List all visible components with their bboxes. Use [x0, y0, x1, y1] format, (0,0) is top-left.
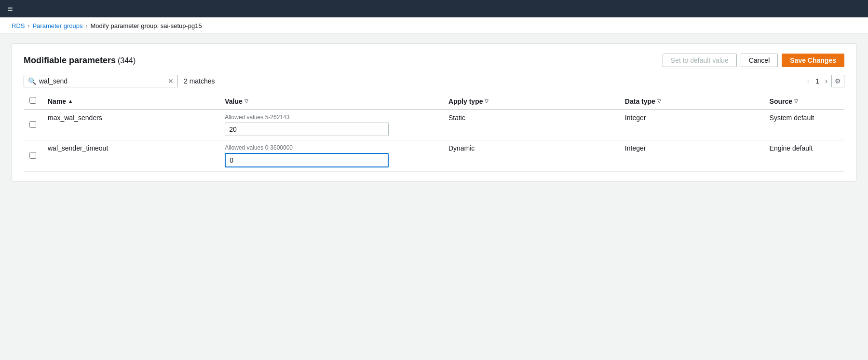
row-apply-type-2: Dynamic [443, 140, 619, 172]
value-input-2[interactable] [225, 153, 389, 167]
value-column-header[interactable]: Value ▽ [219, 93, 443, 110]
search-input[interactable] [39, 77, 166, 85]
matches-text: 2 matches [184, 77, 215, 85]
name-sort-icon: ▲ [68, 98, 73, 104]
row-checkbox-1[interactable] [29, 121, 36, 128]
parameters-card: Modifiable parameters (344) Set to defau… [12, 43, 856, 182]
toolbar: 🔍 ✕ 2 matches ‹ 1 › ⚙ [24, 75, 844, 87]
row-data-type-1: Integer [619, 110, 764, 140]
row-checkbox-2[interactable] [29, 152, 36, 159]
top-nav: ≡ [0, 0, 868, 17]
row-checkbox-cell [24, 110, 42, 140]
main-content: Modifiable parameters (344) Set to defau… [0, 34, 868, 357]
prev-page-button[interactable]: ‹ [805, 76, 812, 86]
select-all-checkbox[interactable] [29, 97, 36, 104]
card-title: Modifiable parameters [24, 55, 116, 65]
row-source-2: Engine default [764, 140, 844, 172]
set-default-button[interactable]: Set to default value [663, 54, 737, 67]
apply-type-filter-icon: ▽ [485, 98, 488, 104]
row-apply-type-1: Static [443, 110, 619, 140]
pagination: ‹ 1 › ⚙ [805, 75, 844, 87]
row-checkbox-cell [24, 140, 42, 172]
value-input-1[interactable] [225, 123, 389, 136]
breadcrumb-sep-2: › [86, 23, 88, 29]
breadcrumb-sep-1: › [27, 23, 29, 29]
table-body: max_wal_senders Allowed values 5-262143 … [24, 110, 844, 172]
row-source-1: System default [764, 110, 844, 140]
breadcrumb-current: Modify parameter group: sai-setup-pg15 [91, 22, 202, 29]
select-all-header [24, 93, 42, 110]
table-settings-button[interactable]: ⚙ [831, 75, 844, 87]
value-filter-icon: ▽ [244, 98, 248, 104]
save-changes-button[interactable]: Save Changes [782, 54, 844, 67]
allowed-hint-2: Allowed values 0-3600000 [225, 144, 437, 151]
apply-type-column-header[interactable]: Apply type ▽ [443, 93, 619, 110]
hamburger-icon[interactable]: ≡ [8, 4, 13, 14]
header-actions: Set to default value Cancel Save Changes [663, 54, 844, 67]
table-header-row: Name ▲ Value ▽ Apply type ▽ [24, 93, 844, 110]
card-header: Modifiable parameters (344) Set to defau… [24, 54, 844, 67]
table-row: wal_sender_timeout Allowed values 0-3600… [24, 140, 844, 172]
allowed-hint-1: Allowed values 5-262143 [225, 114, 437, 121]
row-data-type-2: Integer [619, 140, 764, 172]
clear-search-icon[interactable]: ✕ [168, 77, 174, 85]
data-type-filter-icon: ▽ [657, 98, 661, 104]
source-filter-icon: ▽ [794, 98, 798, 104]
row-value-cell-1: Allowed values 5-262143 [219, 110, 443, 140]
row-value-cell-2: Allowed values 0-3600000 [219, 140, 443, 172]
source-column-header[interactable]: Source ▽ [764, 93, 844, 110]
name-column-header[interactable]: Name ▲ [42, 93, 219, 110]
row-name-1: max_wal_senders [42, 110, 219, 140]
breadcrumb: RDS › Parameter groups › Modify paramete… [0, 17, 868, 34]
data-type-column-header[interactable]: Data type ▽ [619, 93, 764, 110]
breadcrumb-rds-link[interactable]: RDS [12, 22, 25, 29]
page-number: 1 [814, 77, 821, 85]
row-name-2: wal_sender_timeout [42, 140, 219, 172]
search-icon: 🔍 [28, 77, 36, 85]
cancel-button[interactable]: Cancel [741, 54, 778, 67]
card-title-area: Modifiable parameters (344) [24, 55, 136, 66]
parameters-table: Name ▲ Value ▽ Apply type ▽ [24, 93, 844, 172]
next-page-button[interactable]: › [823, 76, 829, 86]
card-title-count: (344) [118, 56, 136, 65]
table-row: max_wal_senders Allowed values 5-262143 … [24, 110, 844, 140]
search-box: 🔍 ✕ [24, 75, 178, 87]
breadcrumb-parameter-groups-link[interactable]: Parameter groups [32, 22, 82, 29]
